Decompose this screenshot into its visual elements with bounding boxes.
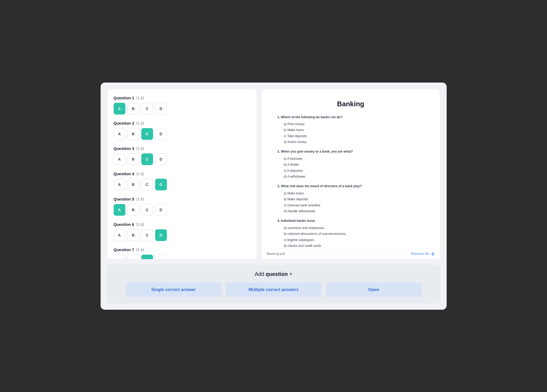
question-header-2: Question 2(1 p) xyxy=(114,121,250,125)
answer-options-1: ABCD xyxy=(114,103,250,115)
question-label-2: Question 2 xyxy=(114,121,134,125)
pdf-q2-opt-4: d) A withdrawer xyxy=(284,174,424,179)
option-btn-q6-b[interactable]: B xyxy=(128,229,139,241)
question-row-3: Question 3(1 p)ABCD xyxy=(114,146,250,165)
question-label-4: Question 4 xyxy=(114,172,134,176)
pdf-q1-opt-4: d) Invest money xyxy=(284,139,424,145)
question-header-1: Question 1(1 p) xyxy=(114,96,250,100)
question-row-4: Question 4(1 p)ABCD xyxy=(114,172,250,190)
question-row-5: Question 5(1 p)ABCD xyxy=(114,197,250,216)
option-btn-q2-a[interactable]: A xyxy=(114,128,125,140)
pdf-question-1: 1. Which of the following do banks not d… xyxy=(277,115,424,145)
question-label-7: Question 7 xyxy=(114,247,134,252)
pdf-title: Banking xyxy=(277,100,424,108)
main-content: Question 1(1 p)ABCDQuestion 2(1 p)ABCDQu… xyxy=(107,89,440,259)
pdf-q4-opt-1: a) summons and subpoenas. xyxy=(284,225,424,231)
question-label-5: Question 5 xyxy=(114,197,134,201)
question-header-4: Question 4(1 p) xyxy=(114,172,250,176)
open-button[interactable]: Open xyxy=(326,283,422,297)
question-header-3: Question 3(1 p) xyxy=(114,146,250,151)
question-points-7: (1 p) xyxy=(136,247,144,252)
answer-options-7: ABCD xyxy=(114,255,250,259)
pdf-question-2: 2. When you give money to a bank, you ar… xyxy=(277,149,424,179)
left-panel: Question 1(1 p)ABCDQuestion 2(1 p)ABCDQu… xyxy=(107,89,257,259)
answer-options-3: ABCD xyxy=(114,153,250,165)
question-row-1: Question 1(1 p)ABCD xyxy=(114,96,250,115)
pdf-q2-opt-3: c) A depositor xyxy=(284,168,424,173)
answer-options-5: ABCD xyxy=(114,204,250,216)
pdf-q4-opt-4: d) checks and credit cards. xyxy=(284,243,424,248)
option-btn-q1-c[interactable]: C xyxy=(141,103,153,115)
question-points-1: (1 p) xyxy=(136,96,144,100)
pdf-q1-opt-3: c) Take deposits xyxy=(284,133,424,139)
question-points-6: (1 p) xyxy=(136,222,144,226)
answer-options-4: ABCD xyxy=(114,179,250,190)
questions-container: Question 1(1 p)ABCDQuestion 2(1 p)ABCDQu… xyxy=(114,96,250,259)
question-row-7: Question 7(1 p)ABCD xyxy=(114,247,250,259)
pdf-viewer: Banking 1. Which of the following do ban… xyxy=(261,89,440,248)
question-points-5: (1 p) xyxy=(136,197,144,201)
pdf-question-3: 3. What role does the board of directors… xyxy=(277,183,424,214)
question-label-3: Question 3 xyxy=(114,146,134,151)
remove-file-label: Remove file xyxy=(411,252,429,256)
add-question-header: Add question + xyxy=(116,271,432,277)
pdf-question-4: 4. Individual banks issuea) summons and … xyxy=(277,218,424,248)
pdf-q2-opt-2: b) A lender xyxy=(284,162,424,167)
option-btn-q2-c[interactable]: C xyxy=(141,128,153,140)
answer-options-2: ABCD xyxy=(114,128,250,140)
option-btn-q5-c[interactable]: C xyxy=(141,204,153,216)
option-btn-q3-d[interactable]: D xyxy=(155,153,167,165)
option-btn-q7-d[interactable]: D xyxy=(155,255,167,259)
single-correct-button[interactable]: Single correct answer xyxy=(126,283,221,297)
question-header-5: Question 5(1 p) xyxy=(114,197,250,201)
option-btn-q1-a[interactable]: A xyxy=(114,103,125,115)
option-btn-q3-b[interactable]: B xyxy=(128,153,139,165)
trash-icon: 🗑 xyxy=(431,252,435,256)
pdf-q3-opt-1: a) Make loans xyxy=(284,191,424,196)
option-btn-q5-d[interactable]: D xyxy=(155,204,167,216)
option-btn-q6-d[interactable]: D xyxy=(155,229,167,241)
question-header-6: Question 6(1 p) xyxy=(114,222,250,227)
option-btn-q6-c[interactable]: C xyxy=(141,229,153,241)
pdf-footer: Banking.pdf Remove file 🗑 xyxy=(261,248,440,259)
question-label-1: Question 1 xyxy=(114,96,134,100)
question-type-buttons: Single correct answer Multiple correct a… xyxy=(116,283,432,297)
question-row-2: Question 2(1 p)ABCD xyxy=(114,121,250,140)
pdf-q1-opt-1: a) Print money xyxy=(284,121,424,127)
pdf-q4-opt-2: b) coherent discussions of macroeconomic… xyxy=(284,231,424,236)
option-btn-q4-a[interactable]: A xyxy=(114,179,125,190)
option-btn-q7-c[interactable]: C xyxy=(141,255,153,259)
option-btn-q5-a[interactable]: A xyxy=(114,204,125,216)
multiple-correct-button[interactable]: Multiple correct answers xyxy=(226,283,322,297)
option-btn-q4-d[interactable]: D xyxy=(155,179,167,190)
pdf-content: 1. Which of the following do banks not d… xyxy=(277,115,424,248)
bottom-section: Add question + Single correct answer Mul… xyxy=(107,265,440,303)
option-btn-q4-c[interactable]: C xyxy=(141,179,153,190)
option-btn-q2-b[interactable]: B xyxy=(128,128,139,140)
option-btn-q2-d[interactable]: D xyxy=(155,128,167,140)
pdf-q3-opt-4: d) Handle withdrawals xyxy=(284,209,424,214)
question-header-7: Question 7(1 p) xyxy=(114,247,250,252)
question-label-6: Question 6 xyxy=(114,222,134,227)
option-btn-q7-a[interactable]: A xyxy=(114,255,125,259)
pdf-q2-opt-1: a) A borrower xyxy=(284,156,424,161)
pdf-q3-opt-3: c) Oversee bank activities xyxy=(284,203,424,208)
option-btn-q6-a[interactable]: A xyxy=(114,229,125,241)
option-btn-q1-d[interactable]: D xyxy=(155,103,167,115)
answer-options-6: ABCD xyxy=(114,229,250,241)
option-btn-q1-b[interactable]: B xyxy=(128,103,139,115)
option-btn-q4-b[interactable]: B xyxy=(128,179,139,190)
option-btn-q3-c[interactable]: C xyxy=(141,153,153,165)
pdf-q1-opt-2: b) Make loans xyxy=(284,127,424,133)
right-panel: Banking 1. Which of the following do ban… xyxy=(261,89,440,259)
option-btn-q3-a[interactable]: A xyxy=(114,153,125,165)
option-btn-q5-b[interactable]: B xyxy=(128,204,139,216)
pdf-filename: Banking.pdf xyxy=(267,252,285,256)
question-points-2: (1 p) xyxy=(136,121,144,125)
option-btn-q7-b[interactable]: B xyxy=(128,255,139,259)
remove-file-button[interactable]: Remove file 🗑 xyxy=(411,252,435,256)
question-points-4: (1 p) xyxy=(136,172,144,176)
app-container: Question 1(1 p)ABCDQuestion 2(1 p)ABCDQu… xyxy=(101,83,447,310)
pdf-q4-opt-3: c) lingerie catalogues. xyxy=(284,237,424,243)
pdf-q3-opt-2: b) Make deposits xyxy=(284,197,424,202)
